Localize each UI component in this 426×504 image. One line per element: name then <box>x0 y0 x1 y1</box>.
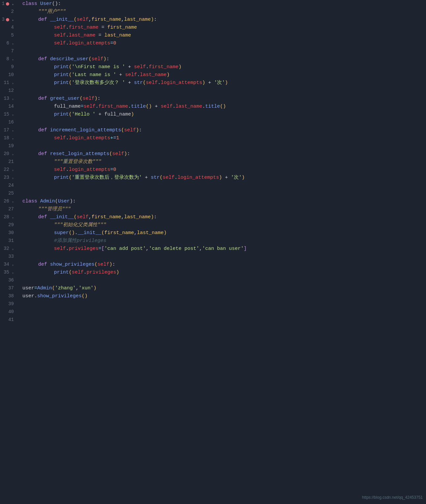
code-line-28: def __init__(self,first_name,last_name): <box>22 213 426 221</box>
code-line-19 <box>22 142 426 150</box>
code-line-8: def describe_user(self): <box>22 55 426 63</box>
code-line-16 <box>22 119 426 126</box>
code-line-18: self.login_attempts+=1 <box>22 134 426 142</box>
code-line-40 <box>22 308 426 316</box>
code-line-11: print('登录次数有多少次？ ' + str(self.login_atte… <box>22 79 426 87</box>
code-line-24 <box>22 182 426 190</box>
code-editor: 1▾ 2 3▾ 4 5 6▿ 7 8▿ 9 10 11▿ 12 13▿ 14 1… <box>0 0 426 504</box>
code-line-36 <box>22 277 426 284</box>
code-line-3: def __init__(self,first_name,last_name): <box>22 16 426 24</box>
code-content: class User(): """用户""" def __init__(self… <box>20 0 426 504</box>
code-line-41 <box>22 316 426 324</box>
code-line-5: self.last_name = last_name <box>22 32 426 40</box>
code-line-6: self.login_attempts=0 <box>22 40 426 47</box>
code-line-25 <box>22 190 426 198</box>
code-line-22: self.login_attempts=0 <box>22 166 426 174</box>
code-line-21: """重置登录次数""" <box>22 158 426 166</box>
watermark: https://blog.csdn.net/qq_42453751 <box>362 494 423 501</box>
code-line-20: def reset_login_attempts(self): <box>22 150 426 158</box>
code-line-32: self.privileges=['can add post','can del… <box>22 245 426 253</box>
code-line-26: class Admin(User): <box>22 198 426 205</box>
code-line-12 <box>22 87 426 95</box>
code-line-34: def show_privileges(self): <box>22 261 426 269</box>
code-line-31: #添加属性privileges <box>22 237 426 245</box>
code-line-29: """初始化父类属性""" <box>22 221 426 229</box>
code-line-1: class User(): <box>22 0 426 8</box>
code-line-30: super().__init__(first_name,last_name) <box>22 229 426 237</box>
code-line-23: print('重置登录次数后，登录次数为' + str(self.login_a… <box>22 174 426 182</box>
code-line-10: print('Last name is ' + self.last_name) <box>22 71 426 79</box>
code-line-38: user.show_privileges() <box>22 292 426 300</box>
code-line-13: def greet_user(self): <box>22 95 426 103</box>
breakpoint-1[interactable] <box>6 2 9 6</box>
code-line-35: print(self.privileges) <box>22 269 426 277</box>
code-line-37: user=Admin('zhang','xun') <box>22 284 426 292</box>
code-line-14: full_name=self.first_name.title() + self… <box>22 103 426 111</box>
code-line-7 <box>22 47 426 55</box>
code-line-17: def increment_login_attempts(self): <box>22 126 426 134</box>
code-line-2: """用户""" <box>22 8 426 16</box>
code-line-39 <box>22 300 426 308</box>
line-gutter: 1▾ 2 3▾ 4 5 6▿ 7 8▿ 9 10 11▿ 12 13▿ 14 1… <box>0 0 20 504</box>
code-line-27: """管理员""" <box>22 205 426 213</box>
breakpoint-3[interactable] <box>6 18 9 21</box>
code-line-4: self.first_name = first_name <box>22 24 426 32</box>
code-line-9: print('\nFirst name is ' + self.first_na… <box>22 63 426 71</box>
code-line-15: print('Hello ' + full_name) <box>22 111 426 119</box>
code-line-33 <box>22 253 426 261</box>
